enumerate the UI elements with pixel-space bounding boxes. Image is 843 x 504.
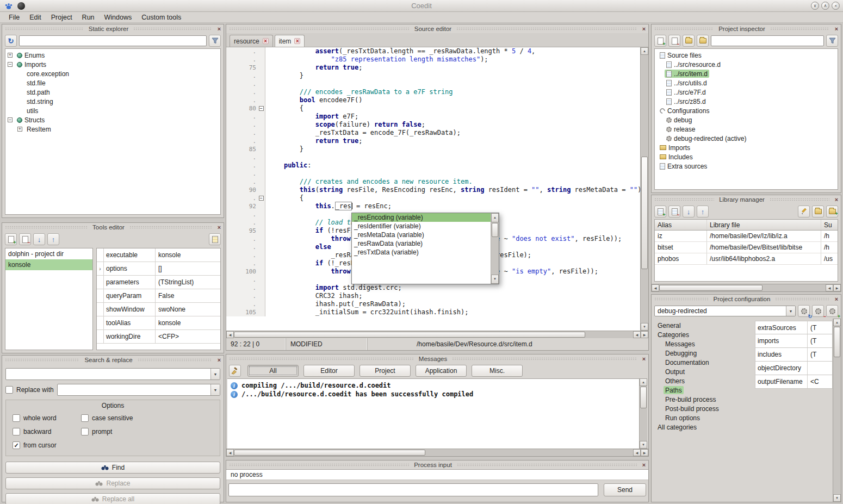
window-close-button[interactable]: × (832, 2, 840, 10)
tab-resource[interactable]: resource× (230, 35, 273, 47)
scrollbar-track[interactable] (833, 326, 841, 494)
close-icon[interactable]: × (832, 196, 841, 203)
tool-item[interactable]: konsole (5, 259, 92, 270)
scrollbar-track[interactable] (640, 386, 647, 441)
window-minimize-button[interactable]: ∨ (811, 2, 819, 10)
filter-project[interactable]: Project (359, 365, 411, 377)
scrollbar-thumb[interactable] (640, 387, 647, 408)
filter-misc[interactable]: Misc. (472, 365, 523, 377)
checkbox[interactable] (13, 428, 20, 435)
table-row[interactable]: iz/home/basile/Dev/Iz/lib/iz.a/h (655, 231, 838, 242)
code-line[interactable]: . import e7F; (226, 113, 640, 121)
scrollbar-thumb[interactable] (641, 157, 648, 269)
scroll-left-button[interactable]: ◀ (826, 284, 833, 291)
code-line[interactable]: . bool encodee7F() (226, 96, 640, 104)
property-row[interactable]: toolAliaskonsole (97, 316, 220, 330)
tree-item[interactable]: debug-redirected (active) (655, 134, 838, 143)
scrollbar-thumb[interactable] (234, 450, 425, 456)
property-value[interactable]: (T (808, 348, 832, 361)
tree-item[interactable]: ../src/z85.d (655, 97, 838, 106)
remove-tool-button[interactable]: − (19, 233, 31, 245)
library-h-scrollbar[interactable]: ◀ ◀ ▶ (652, 284, 841, 291)
code-line[interactable]: . assert(_resTxtData.length == _resRawDa… (226, 47, 640, 55)
tree-item-structs[interactable]: −Structs (5, 115, 220, 125)
tree-item[interactable]: std.string (5, 97, 220, 106)
completion-item[interactable]: _resRawData (variable) (352, 239, 491, 248)
tree-item-configurations[interactable]: Configurations (655, 106, 838, 115)
editor-v-scrollbar[interactable]: ▲ ▼ (640, 47, 648, 331)
column-header[interactable]: Library file (707, 220, 821, 230)
code-line[interactable]: .− { (226, 194, 640, 202)
menu-custom-tools[interactable]: Custom tools (137, 13, 185, 22)
menu-windows[interactable]: Windows (100, 13, 137, 22)
code-line[interactable]: 92 this._res = resEnc; (226, 202, 640, 210)
option-prompt[interactable]: prompt (81, 428, 214, 435)
search-term-combo[interactable]: ▼ (5, 368, 220, 380)
tool-item[interactable]: dolphin - project dir (5, 248, 92, 259)
tab-item[interactable]: item× (275, 35, 305, 47)
expander-icon[interactable]: − (8, 62, 13, 67)
scrollbar-thumb[interactable] (834, 327, 840, 357)
messages-h-scrollbar[interactable]: ◀ ◀ ▶ (226, 449, 648, 456)
property-value[interactable]: <C (808, 375, 832, 388)
remove-source-button[interactable]: − (668, 35, 680, 47)
code-line[interactable]: . (226, 80, 640, 88)
remove-library-button[interactable]: − (668, 206, 680, 217)
code-line[interactable]: 105 _initialSum = crc322uint(ihash.finis… (226, 308, 640, 316)
property-value[interactable]: False (156, 289, 220, 302)
scroll-up-button[interactable]: ▲ (641, 47, 648, 55)
tree-item[interactable]: Pre-build process (652, 395, 753, 404)
code-editor[interactable]: . assert(_resTxtData.length == _resRawDa… (226, 47, 640, 331)
checkbox[interactable]: ✓ (13, 441, 20, 449)
code-line[interactable]: . /// creates and encodes a new resource… (226, 178, 640, 186)
remove-configuration-button[interactable]: − (812, 305, 824, 317)
move-library-up-button[interactable]: ↑ (697, 206, 709, 217)
code-line[interactable]: . import std.digest.crc; (226, 284, 640, 292)
scroll-left-button[interactable]: ◀ (652, 284, 659, 291)
message-item[interactable]: icompiling /.../build/resource.d.coedit (227, 381, 639, 390)
replace-all-button[interactable]: Replace all (5, 493, 220, 504)
close-icon[interactable]: × (832, 25, 841, 33)
property-value[interactable]: swoNone (156, 303, 220, 316)
tab-close-icon[interactable]: × (263, 38, 269, 44)
property-row[interactable]: executablekonsole (97, 248, 220, 262)
code-line[interactable]: . (226, 170, 640, 178)
scroll-left-button[interactable]: ◀ (633, 331, 641, 338)
property-row[interactable]: includes(T (755, 348, 833, 362)
tree-item[interactable]: Messages (652, 339, 753, 349)
tree-item-imports[interactable]: −Imports (5, 60, 220, 69)
replace-with-checkbox[interactable] (5, 386, 13, 394)
popup-v-scrollbar[interactable]: ▲ ▼ (491, 213, 499, 284)
property-value[interactable]: (TStringList) (156, 276, 220, 289)
scroll-up-button[interactable]: ▲ (491, 213, 499, 222)
replace-button[interactable]: Replace (5, 477, 220, 489)
tree-item[interactable]: Post-build process (652, 404, 753, 413)
filter-application[interactable]: Application (416, 365, 467, 377)
expander-icon[interactable]: + (8, 53, 13, 58)
tree-item[interactable]: std.path (5, 88, 220, 97)
scrollbar-thumb[interactable] (492, 223, 498, 237)
expander-icon[interactable]: + (17, 127, 22, 132)
tree-item[interactable]: ../src/utils.d (655, 78, 838, 88)
tree-item[interactable]: release (655, 125, 838, 134)
filter-all[interactable]: All (247, 365, 299, 377)
property-value[interactable]: (T (808, 334, 832, 347)
completion-item[interactable]: _resIdentifier (variable) (352, 222, 491, 231)
checkbox[interactable] (81, 414, 89, 422)
option-backward[interactable]: backward (13, 428, 78, 435)
clear-messages-button[interactable] (229, 365, 241, 377)
scroll-left-button[interactable]: ◀ (633, 449, 641, 456)
scroll-right-button[interactable]: ▶ (641, 331, 648, 338)
scroll-up-button[interactable]: ▲ (833, 319, 841, 326)
send-button[interactable]: Send (604, 483, 646, 496)
property-value[interactable]: konsole (156, 316, 220, 329)
combo-arrow-icon[interactable]: ▼ (210, 369, 220, 379)
property-row[interactable]: imports(T (755, 334, 833, 348)
tree-item[interactable]: utils (5, 106, 220, 115)
tree-item[interactable]: ../src/e7F.d (655, 88, 838, 97)
find-button[interactable]: Find (5, 462, 220, 474)
scrollbar-track[interactable] (234, 331, 633, 338)
property-value[interactable]: konsole (156, 248, 220, 262)
close-icon[interactable]: × (215, 25, 224, 33)
tree-item[interactable]: ../src/resource.d (655, 60, 838, 69)
